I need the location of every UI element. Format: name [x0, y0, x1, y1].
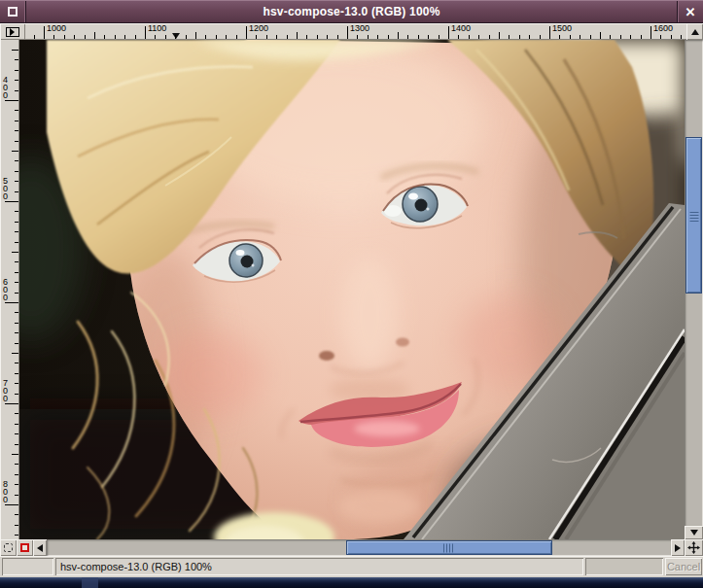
image-menu-button[interactable]: [0, 23, 25, 40]
statusbar: hsv-compose-13.0 (RGB) 100% Cancel: [0, 556, 703, 577]
navigation-cross-icon: [687, 541, 700, 554]
arrow-down-icon: [690, 530, 698, 536]
bottom-panel-strip: [0, 577, 703, 588]
progress-bar: [585, 558, 663, 575]
horizontal-ruler[interactable]: 1000110012001300140015001600: [25, 23, 686, 40]
navigation-button[interactable]: [685, 539, 703, 556]
ruler-row: 1000110012001300140015001600: [0, 23, 703, 40]
hscroll-grip-icon: [443, 543, 455, 552]
vscroll-down-stepper[interactable]: [685, 526, 703, 539]
gimp-image-window: hsv-compose-13.0 (RGB) 100% ✕ 1000110012…: [0, 0, 703, 588]
panel-highlight: [82, 577, 98, 588]
cursor-position-box: [2, 558, 53, 575]
hscroll-track[interactable]: [47, 539, 671, 556]
vscroll-track[interactable]: [685, 40, 703, 526]
iconify-button[interactable]: [0, 1, 26, 22]
titlebar: hsv-compose-13.0 (RGB) 100% ✕: [0, 0, 703, 23]
vscroll-grip-icon: [689, 210, 698, 222]
arrow-up-icon: [691, 29, 699, 35]
vscroll-thumb[interactable]: [685, 137, 702, 294]
quickmask-on-button[interactable]: [17, 539, 33, 556]
iconify-icon: [8, 7, 18, 17]
vertical-ruler[interactable]: 4 0 05 0 06 0 07 0 08 0 0: [0, 40, 19, 539]
quickmask-off-button[interactable]: [0, 539, 17, 556]
menu-arrow-icon: [6, 27, 19, 37]
hscroll-right-stepper[interactable]: [671, 539, 685, 556]
vscroll-up-stepper[interactable]: [686, 23, 703, 40]
cancel-button[interactable]: Cancel: [665, 558, 702, 575]
hscroll-row: [0, 539, 703, 556]
photo-baby-portrait: [19, 40, 685, 539]
quickmask-on-icon: [20, 543, 29, 552]
close-button[interactable]: ✕: [677, 1, 703, 22]
main-row: 4 0 05 0 06 0 07 0 08 0 0: [0, 40, 703, 539]
arrow-left-icon: [37, 544, 43, 552]
hscroll-thumb[interactable]: [346, 540, 552, 555]
arrow-right-icon: [675, 544, 681, 552]
window-title: hsv-compose-13.0 (RGB) 100%: [26, 1, 677, 22]
vertical-scrollbar: [685, 40, 703, 539]
close-icon: ✕: [685, 6, 696, 18]
quickmask-off-icon: [4, 543, 13, 552]
image-canvas[interactable]: [19, 40, 685, 539]
status-title-text: hsv-compose-13.0 (RGB) 100%: [55, 558, 583, 575]
hscroll-left-stepper[interactable]: [33, 539, 47, 556]
